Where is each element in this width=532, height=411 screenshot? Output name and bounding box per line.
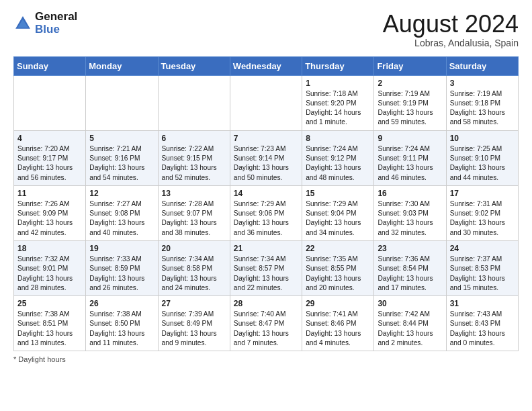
day-number: 29 xyxy=(306,299,370,308)
month-year: August 2024 xyxy=(383,11,519,38)
logo-text: General Blue xyxy=(35,11,77,36)
day-info: Sunrise: 7:26 AM Sunset: 9:09 PM Dayligh… xyxy=(17,199,82,238)
day-number: 20 xyxy=(162,244,226,253)
day-info: Sunrise: 7:31 AM Sunset: 9:02 PM Dayligh… xyxy=(450,199,515,238)
calendar-cell: 26Sunrise: 7:38 AM Sunset: 8:50 PM Dayli… xyxy=(86,296,158,351)
day-number: 16 xyxy=(378,189,442,198)
page: General Blue August 2024 Lobras, Andalus… xyxy=(0,0,532,374)
calendar-table: SundayMondayTuesdayWednesdayThursdayFrid… xyxy=(13,56,519,352)
calendar-cell: 15Sunrise: 7:29 AM Sunset: 9:04 PM Dayli… xyxy=(302,185,374,240)
week-row-1: 1Sunrise: 7:18 AM Sunset: 9:20 PM Daylig… xyxy=(14,75,519,130)
day-number: 25 xyxy=(17,299,82,308)
day-info: Sunrise: 7:18 AM Sunset: 9:20 PM Dayligh… xyxy=(306,89,370,128)
footer-note-text: Daylight hours xyxy=(18,355,65,363)
day-info: Sunrise: 7:21 AM Sunset: 9:16 PM Dayligh… xyxy=(89,144,154,183)
calendar-cell: 31Sunrise: 7:43 AM Sunset: 8:43 PM Dayli… xyxy=(446,296,518,351)
day-number: 31 xyxy=(450,299,515,308)
day-info: Sunrise: 7:34 AM Sunset: 8:57 PM Dayligh… xyxy=(234,255,298,293)
day-number: 17 xyxy=(450,189,515,198)
logo-icon xyxy=(13,14,32,33)
week-row-4: 18Sunrise: 7:32 AM Sunset: 9:01 PM Dayli… xyxy=(14,240,519,295)
calendar-cell: 19Sunrise: 7:33 AM Sunset: 8:59 PM Dayli… xyxy=(86,240,158,295)
day-info: Sunrise: 7:37 AM Sunset: 8:53 PM Dayligh… xyxy=(450,255,515,293)
footer-note: * Daylight hours xyxy=(13,355,519,363)
day-number: 21 xyxy=(234,244,298,253)
calendar-cell: 8Sunrise: 7:24 AM Sunset: 9:12 PM Daylig… xyxy=(302,130,374,185)
calendar-cell: 25Sunrise: 7:38 AM Sunset: 8:51 PM Dayli… xyxy=(14,296,86,351)
day-number: 11 xyxy=(17,189,82,198)
day-number: 4 xyxy=(17,134,82,143)
day-info: Sunrise: 7:40 AM Sunset: 8:47 PM Dayligh… xyxy=(234,310,298,348)
day-info: Sunrise: 7:38 AM Sunset: 8:50 PM Dayligh… xyxy=(89,310,154,348)
day-info: Sunrise: 7:43 AM Sunset: 8:43 PM Dayligh… xyxy=(450,310,515,348)
day-number: 10 xyxy=(450,134,515,143)
week-row-3: 11Sunrise: 7:26 AM Sunset: 9:09 PM Dayli… xyxy=(14,185,519,240)
day-number: 18 xyxy=(17,244,82,253)
day-number: 2 xyxy=(378,79,442,88)
calendar-cell: 16Sunrise: 7:30 AM Sunset: 9:03 PM Dayli… xyxy=(374,185,446,240)
day-number: 15 xyxy=(306,189,370,198)
day-number: 22 xyxy=(306,244,370,253)
day-header-row: SundayMondayTuesdayWednesdayThursdayFrid… xyxy=(14,56,519,75)
day-info: Sunrise: 7:25 AM Sunset: 9:10 PM Dayligh… xyxy=(450,144,515,183)
day-number: 26 xyxy=(89,299,154,308)
title-block: August 2024 Lobras, Andalusia, Spain xyxy=(383,11,519,48)
header: General Blue August 2024 Lobras, Andalus… xyxy=(13,11,519,48)
logo: General Blue xyxy=(13,11,77,36)
calendar-cell: 28Sunrise: 7:40 AM Sunset: 8:47 PM Dayli… xyxy=(230,296,302,351)
day-info: Sunrise: 7:38 AM Sunset: 8:51 PM Dayligh… xyxy=(17,310,82,348)
day-info: Sunrise: 7:24 AM Sunset: 9:12 PM Dayligh… xyxy=(306,144,370,183)
calendar-cell: 22Sunrise: 7:35 AM Sunset: 8:55 PM Dayli… xyxy=(302,240,374,295)
calendar-cell: 10Sunrise: 7:25 AM Sunset: 9:10 PM Dayli… xyxy=(446,130,518,185)
calendar-cell: 17Sunrise: 7:31 AM Sunset: 9:02 PM Dayli… xyxy=(446,185,518,240)
calendar-cell: 21Sunrise: 7:34 AM Sunset: 8:57 PM Dayli… xyxy=(230,240,302,295)
day-number: 12 xyxy=(89,189,154,198)
day-number: 14 xyxy=(234,189,298,198)
calendar-cell: 6Sunrise: 7:22 AM Sunset: 9:15 PM Daylig… xyxy=(158,130,230,185)
day-number: 5 xyxy=(89,134,154,143)
day-header-sunday: Sunday xyxy=(14,56,86,75)
calendar-cell xyxy=(158,75,230,130)
calendar-cell xyxy=(86,75,158,130)
day-info: Sunrise: 7:33 AM Sunset: 8:59 PM Dayligh… xyxy=(89,255,154,293)
calendar-cell: 24Sunrise: 7:37 AM Sunset: 8:53 PM Dayli… xyxy=(446,240,518,295)
day-number: 8 xyxy=(306,134,370,143)
calendar-cell: 23Sunrise: 7:36 AM Sunset: 8:54 PM Dayli… xyxy=(374,240,446,295)
calendar-cell: 29Sunrise: 7:41 AM Sunset: 8:46 PM Dayli… xyxy=(302,296,374,351)
calendar-cell: 2Sunrise: 7:19 AM Sunset: 9:19 PM Daylig… xyxy=(374,75,446,130)
calendar-cell: 3Sunrise: 7:19 AM Sunset: 9:18 PM Daylig… xyxy=(446,75,518,130)
day-header-saturday: Saturday xyxy=(446,56,518,75)
day-number: 7 xyxy=(234,134,298,143)
day-info: Sunrise: 7:29 AM Sunset: 9:04 PM Dayligh… xyxy=(306,199,370,238)
day-number: 6 xyxy=(162,134,226,143)
day-number: 1 xyxy=(306,79,370,88)
day-number: 23 xyxy=(378,244,442,253)
day-number: 27 xyxy=(162,299,226,308)
day-info: Sunrise: 7:42 AM Sunset: 8:44 PM Dayligh… xyxy=(378,310,442,348)
week-row-2: 4Sunrise: 7:20 AM Sunset: 9:17 PM Daylig… xyxy=(14,130,519,185)
day-info: Sunrise: 7:22 AM Sunset: 9:15 PM Dayligh… xyxy=(162,144,226,183)
day-number: 19 xyxy=(89,244,154,253)
day-info: Sunrise: 7:34 AM Sunset: 8:58 PM Dayligh… xyxy=(162,255,226,293)
week-row-5: 25Sunrise: 7:38 AM Sunset: 8:51 PM Dayli… xyxy=(14,296,519,351)
calendar-cell: 12Sunrise: 7:27 AM Sunset: 9:08 PM Dayli… xyxy=(86,185,158,240)
calendar-cell: 30Sunrise: 7:42 AM Sunset: 8:44 PM Dayli… xyxy=(374,296,446,351)
day-info: Sunrise: 7:32 AM Sunset: 9:01 PM Dayligh… xyxy=(17,255,82,293)
calendar-cell: 9Sunrise: 7:24 AM Sunset: 9:11 PM Daylig… xyxy=(374,130,446,185)
day-header-friday: Friday xyxy=(374,56,446,75)
day-header-tuesday: Tuesday xyxy=(158,56,230,75)
day-number: 30 xyxy=(378,299,442,308)
day-info: Sunrise: 7:23 AM Sunset: 9:14 PM Dayligh… xyxy=(234,144,298,183)
calendar-cell: 14Sunrise: 7:29 AM Sunset: 9:06 PM Dayli… xyxy=(230,185,302,240)
day-info: Sunrise: 7:39 AM Sunset: 8:49 PM Dayligh… xyxy=(162,310,226,348)
day-number: 28 xyxy=(234,299,298,308)
day-number: 13 xyxy=(162,189,226,198)
day-header-monday: Monday xyxy=(86,56,158,75)
calendar-cell: 5Sunrise: 7:21 AM Sunset: 9:16 PM Daylig… xyxy=(86,130,158,185)
calendar-cell: 1Sunrise: 7:18 AM Sunset: 9:20 PM Daylig… xyxy=(302,75,374,130)
day-info: Sunrise: 7:29 AM Sunset: 9:06 PM Dayligh… xyxy=(234,199,298,238)
calendar-cell: 11Sunrise: 7:26 AM Sunset: 9:09 PM Dayli… xyxy=(14,185,86,240)
calendar-cell: 4Sunrise: 7:20 AM Sunset: 9:17 PM Daylig… xyxy=(14,130,86,185)
calendar-cell: 13Sunrise: 7:28 AM Sunset: 9:07 PM Dayli… xyxy=(158,185,230,240)
day-header-thursday: Thursday xyxy=(302,56,374,75)
